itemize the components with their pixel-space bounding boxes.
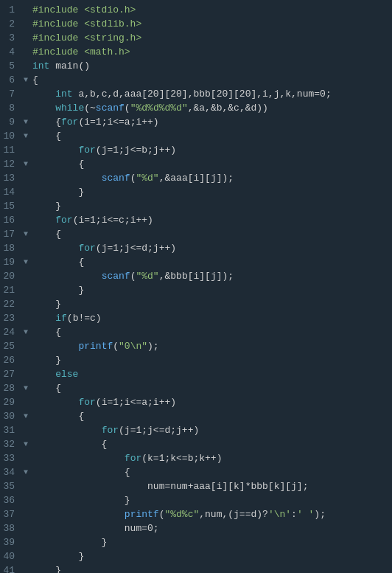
code-content: #include <stdio.h> [31, 3, 392, 17]
code-line: 32▼ { [0, 437, 392, 451]
code-line: 9▼ {for(i=1;i<=a;i++) [0, 115, 392, 129]
code-content: int main() [31, 59, 392, 73]
code-line: 23 if(b!=c) [0, 311, 392, 325]
line-number: 10 [0, 129, 21, 143]
fold-arrow[interactable]: ▼ [21, 325, 31, 339]
line-number: 17 [0, 227, 21, 241]
code-content: } [31, 535, 392, 549]
line-number: 18 [0, 241, 21, 255]
fold-arrow[interactable]: ▼ [21, 73, 31, 87]
code-line: 36 } [0, 493, 392, 507]
code-line: 12▼ { [0, 157, 392, 171]
line-number: 14 [0, 185, 21, 199]
line-number: 30 [0, 409, 21, 423]
line-number: 35 [0, 479, 21, 493]
code-content: { [31, 465, 392, 479]
fold-arrow[interactable]: ▼ [21, 465, 31, 479]
code-line: 11 for(j=1;j<=b;j++) [0, 143, 392, 157]
fold-arrow[interactable]: ▼ [21, 227, 31, 241]
fold-arrow[interactable]: ▼ [21, 255, 31, 269]
code-content: while(~scanf("%d%d%d%d",&a,&b,&c,&d)) [31, 101, 392, 115]
code-line: 29 for(i=1;i<=a;i++) [0, 395, 392, 409]
code-content: num=0; [31, 521, 392, 535]
line-number: 20 [0, 269, 21, 283]
code-content: for(k=1;k<=b;k++) [31, 451, 392, 465]
code-line: 38 num=0; [0, 521, 392, 535]
code-content: { [31, 381, 392, 395]
code-content: { [31, 129, 392, 143]
line-number: 22 [0, 297, 21, 311]
code-line: 1 #include <stdio.h> [0, 3, 392, 17]
code-line: 22 } [0, 297, 392, 311]
code-line: 39 } [0, 535, 392, 549]
line-number: 4 [0, 45, 21, 59]
fold-arrow[interactable]: ▼ [21, 115, 31, 129]
line-number: 34 [0, 465, 21, 479]
code-line: 35 num=num+aaa[i][k]*bbb[k][j]; [0, 479, 392, 493]
code-line: 6▼{ [0, 73, 392, 87]
code-line: 25 printf("0\n"); [0, 339, 392, 353]
line-number: 40 [0, 549, 21, 563]
fold-arrow[interactable]: ▼ [21, 381, 31, 395]
fold-arrow[interactable]: ▼ [21, 437, 31, 451]
line-number: 16 [0, 213, 21, 227]
code-line: 20 scanf("%d",&bbb[i][j]); [0, 269, 392, 283]
line-number: 1 [0, 3, 21, 17]
code-content: } [31, 549, 392, 563]
code-line: 13 scanf("%d",&aaa[i][j]); [0, 171, 392, 185]
code-content: if(b!=c) [31, 311, 392, 325]
code-content: for(j=1;j<=b;j++) [31, 143, 392, 157]
code-content: num=num+aaa[i][k]*bbb[k][j]; [31, 479, 392, 493]
line-number: 41 [0, 563, 21, 573]
code-line: 21 } [0, 283, 392, 297]
code-line: 8 while(~scanf("%d%d%d%d",&a,&b,&c,&d)) [0, 101, 392, 115]
code-line: 7 int a,b,c,d,aaa[20][20],bbb[20][20],i,… [0, 87, 392, 101]
line-number: 24 [0, 325, 21, 339]
line-number: 27 [0, 367, 21, 381]
line-number: 28 [0, 381, 21, 395]
code-content: printf("%d%c",num,(j==d)?'\n':' '); [31, 507, 392, 521]
code-line: 19▼ { [0, 255, 392, 269]
code-line: 4 #include <math.h> [0, 45, 392, 59]
line-number: 13 [0, 171, 21, 185]
code-line: 18 for(j=1;j<=d;j++) [0, 241, 392, 255]
code-content: for(i=1;i<=a;i++) [31, 395, 392, 409]
code-content: } [31, 185, 392, 199]
code-line: 5 int main() [0, 59, 392, 73]
line-number: 37 [0, 507, 21, 521]
line-number: 38 [0, 521, 21, 535]
code-line: 28▼ { [0, 381, 392, 395]
line-number: 39 [0, 535, 21, 549]
code-content: int a,b,c,d,aaa[20][20],bbb[20][20],i,j,… [31, 87, 392, 101]
code-content: } [31, 353, 392, 367]
code-editor: 1 #include <stdio.h>2 #include <stdlib.h… [0, 0, 392, 573]
code-content: #include <stdlib.h> [31, 17, 392, 31]
code-content: #include <string.h> [31, 31, 392, 45]
fold-arrow[interactable]: ▼ [21, 157, 31, 171]
code-line: 3 #include <string.h> [0, 31, 392, 45]
line-number: 26 [0, 353, 21, 367]
line-number: 2 [0, 17, 21, 31]
line-number: 32 [0, 437, 21, 451]
code-content: {for(i=1;i<=a;i++) [31, 115, 392, 129]
line-number: 5 [0, 59, 21, 73]
line-number: 36 [0, 493, 21, 507]
code-content: printf("0\n"); [31, 339, 392, 353]
code-content: } [31, 493, 392, 507]
code-content: { [31, 409, 392, 423]
code-line: 27 else [0, 367, 392, 381]
code-content: { [31, 73, 392, 87]
code-content: } [31, 283, 392, 297]
line-number: 33 [0, 451, 21, 465]
code-content: { [31, 227, 392, 241]
line-number: 31 [0, 423, 21, 437]
fold-arrow[interactable]: ▼ [21, 129, 31, 143]
line-number: 29 [0, 395, 21, 409]
code-content: for(j=1;j<=d;j++) [31, 241, 392, 255]
code-line: 16 for(i=1;i<=c;i++) [0, 213, 392, 227]
code-content: scanf("%d",&aaa[i][j]); [31, 171, 392, 185]
code-content: for(i=1;i<=c;i++) [31, 213, 392, 227]
code-content: { [31, 325, 392, 339]
code-line: 10▼ { [0, 129, 392, 143]
fold-arrow[interactable]: ▼ [21, 409, 31, 423]
